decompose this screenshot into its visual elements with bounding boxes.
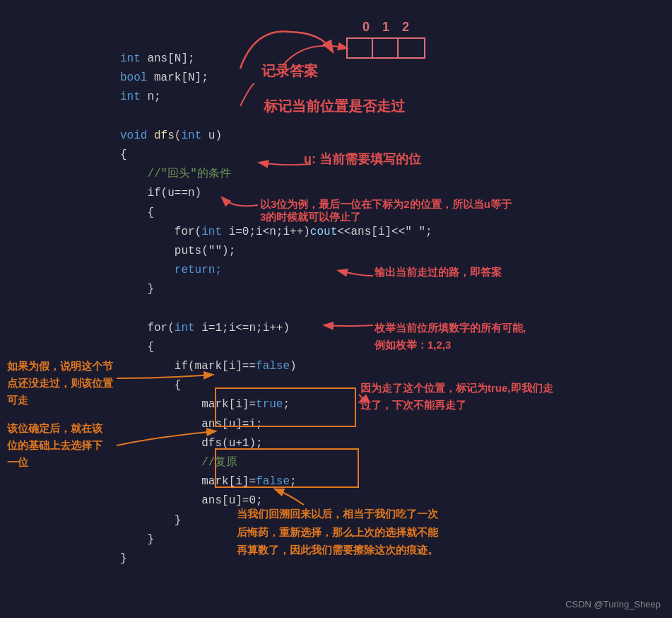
code-for1: for(	[120, 226, 201, 238]
kw-bool: bool	[120, 71, 147, 84]
code-area: int ans[N]; bool mark[N]; int n; void df…	[120, 49, 432, 569]
kw-int-3: int	[120, 91, 141, 103]
index-0: 0	[362, 20, 370, 35]
kw-return: return;	[120, 264, 222, 276]
annotation-if-false: 如果为假，说明这个节 点还没走过，则该位置 可走	[7, 358, 113, 409]
annotation-mark-visited: 标记当前位置是否走过	[264, 97, 405, 116]
brace-open-2: {	[120, 206, 154, 219]
code-puts: puts("");	[120, 245, 235, 257]
annotation-next-pos: 该位确定后，就在该 位的基础上去选择下 一位	[7, 420, 102, 471]
code-paren2: )	[290, 360, 297, 373]
code-line-10: for(int i=0;i<n;i++)cout<<ans[i]<<" ";	[120, 223, 432, 242]
code-for2b: i=1;i<=n;i++)	[195, 322, 290, 334]
brace-open-1: {	[120, 148, 127, 161]
watermark: CSDN @Turing_Sheep	[565, 599, 661, 610]
highlight-box-set	[215, 387, 356, 427]
annotation-mark-true: 因为走了这个位置，标记为true,即我们走 过了，下次不能再走了	[360, 380, 553, 414]
kw-void: void	[120, 129, 147, 142]
annotation-record-answer: 记录答案	[261, 62, 318, 81]
code-paren: (	[175, 129, 182, 142]
code-line-5: void dfs(int u)	[120, 127, 432, 146]
annotation-enumerate-note1: 枚举当前位所填数字的所有可能, 例如枚举：1,2,3	[375, 320, 526, 354]
kw-int-1: int	[120, 52, 141, 65]
brace-close-4: }	[120, 552, 127, 565]
code-line-17: if(mark[i]==false)	[120, 357, 432, 376]
brace-close-3: }	[120, 533, 154, 546]
brace-open-3: {	[120, 341, 154, 354]
code-u: u)	[201, 129, 222, 142]
code-cout: cout	[310, 226, 337, 238]
kw-false-1: false	[256, 360, 290, 373]
annotation-restore: 当我们回溯回来以后，相当于我们吃了一次 后悔药，重新选择，那么上次的选择就不能 …	[237, 505, 438, 559]
code-for1b: i=0;i<n;i++)	[222, 226, 310, 238]
highlight-box-restore	[215, 448, 359, 488]
kw-int-u: int	[181, 129, 201, 142]
fn-dfs: dfs	[154, 129, 175, 142]
kw-int-for1: int	[201, 226, 222, 238]
comment-goback: //"回头"的条件	[120, 168, 231, 180]
code-line-11: puts("");	[120, 242, 432, 261]
code-if-mark: if(mark[i]==	[120, 360, 256, 373]
annotation-u-label: u: 当前需要填写的位	[304, 151, 421, 168]
array-indices: 0 1 2	[362, 20, 409, 35]
index-2: 2	[402, 20, 409, 35]
code-line-blank2	[120, 299, 432, 318]
code-for2: for(	[120, 322, 175, 334]
index-1: 1	[382, 20, 389, 35]
code-line-7: //"回头"的条件	[120, 165, 432, 184]
brace-close-1: }	[120, 283, 154, 296]
annotation-output-note: 输出当前走过的路，即答案	[375, 266, 502, 279]
annotation-u-n-note2: 3的时候就可以停止了	[260, 211, 361, 224]
brace-close-2: }	[120, 514, 181, 527]
code-space	[147, 129, 154, 142]
code-ans: ans[N];	[141, 52, 195, 65]
code-if-u: if(u==n)	[120, 187, 201, 199]
code-n: n;	[141, 91, 161, 103]
code-cout2: <<ans[i]<<" ";	[337, 226, 432, 238]
code-line-13: }	[120, 280, 432, 299]
code-mark: mark[N];	[147, 71, 208, 84]
brace-open-4: {	[120, 379, 181, 392]
kw-int-for2: int	[175, 322, 195, 334]
main-container: 0 1 2 int ans[N]; bool mark[N]; int n; v…	[0, 0, 672, 618]
